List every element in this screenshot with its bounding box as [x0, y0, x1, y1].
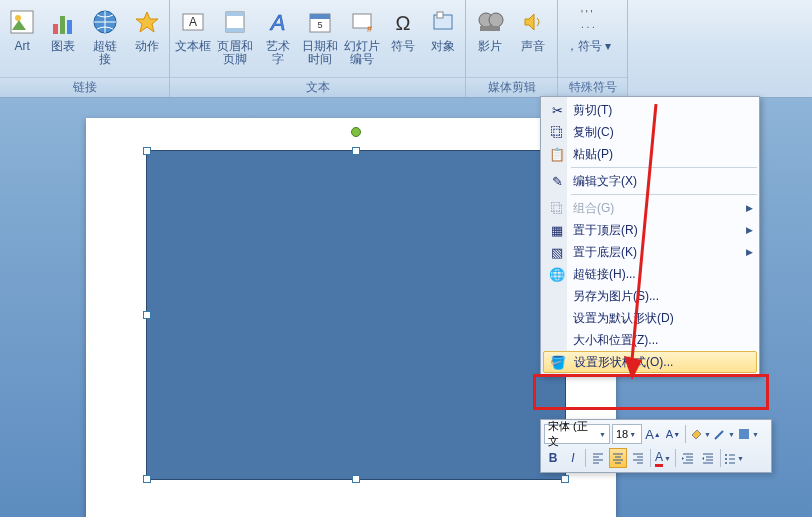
- bringfront-icon: ▦: [547, 223, 567, 238]
- datetime-icon: 5: [304, 6, 336, 38]
- bringfront-item[interactable]: ▦置于顶层(R)▶: [543, 219, 757, 241]
- cut-item[interactable]: ✂剪切(T): [543, 99, 757, 121]
- svg-text:. . .: . . .: [581, 19, 595, 30]
- ribbon-group-media: 影片 声音 媒体剪辑: [466, 0, 558, 97]
- sendback-icon: ▧: [547, 245, 567, 260]
- svg-text:5: 5: [317, 20, 322, 30]
- ribbon-group-link: Art 图表 超链接 动作 链接: [0, 0, 170, 97]
- paste-icon: 📋: [547, 147, 567, 162]
- align-right-button[interactable]: [629, 448, 647, 468]
- chart-button[interactable]: 图表: [42, 2, 82, 75]
- svg-rect-4: [67, 20, 72, 34]
- svg-text:#: #: [367, 24, 372, 34]
- group-label-text: 文本: [170, 77, 465, 97]
- shrink-font-button[interactable]: A▼: [664, 424, 682, 444]
- group-label-media: 媒体剪辑: [466, 77, 557, 97]
- svg-point-1: [15, 15, 21, 21]
- sendback-item[interactable]: ▧置于底层(K)▶: [543, 241, 757, 263]
- globe-icon: [89, 6, 121, 38]
- shape-outline-button[interactable]: ▼: [713, 424, 735, 444]
- headerfooter-icon: [219, 6, 251, 38]
- shape-fill-button[interactable]: ▼: [689, 424, 711, 444]
- resize-handle-bc[interactable]: [352, 475, 360, 483]
- copy-icon: ⿻: [547, 125, 567, 140]
- sound-button[interactable]: 声音: [512, 2, 556, 75]
- resize-handle-tl[interactable]: [143, 147, 151, 155]
- svg-point-27: [725, 454, 727, 456]
- rotate-handle[interactable]: [351, 127, 361, 137]
- group-label-link: 链接: [0, 77, 169, 97]
- svg-rect-2: [53, 24, 58, 34]
- textbox-button[interactable]: A 文本框: [172, 2, 214, 75]
- font-color-button[interactable]: A▼: [654, 448, 672, 468]
- sound-icon: [517, 6, 549, 38]
- svg-rect-3: [60, 16, 65, 34]
- context-menu: ✂剪切(T) ⿻复制(C) 📋粘贴(P) ✎编辑文字(X) ⿻组合(G)▶ ▦置…: [540, 96, 760, 376]
- paste-item[interactable]: 📋粘贴(P): [543, 143, 757, 165]
- bullets-button[interactable]: ▼: [724, 448, 744, 468]
- svg-rect-9: [226, 12, 244, 16]
- object-icon: [427, 6, 459, 38]
- submenu-arrow-icon: ▶: [746, 225, 753, 235]
- textbox-icon: A: [177, 6, 209, 38]
- svg-rect-10: [226, 28, 244, 32]
- star-icon: [131, 6, 163, 38]
- grow-font-button[interactable]: A▲: [644, 424, 662, 444]
- wordart-icon: A: [262, 6, 294, 38]
- svg-rect-13: [310, 14, 330, 19]
- decrease-indent-button[interactable]: [679, 448, 697, 468]
- action-button[interactable]: 动作: [127, 2, 167, 75]
- clipart-button[interactable]: Art: [2, 2, 42, 75]
- svg-text:A: A: [268, 10, 285, 35]
- ribbon-group-text: A 文本框 页眉和 页脚 A 艺术字 5 日期和 时间 # 幻灯片 编号 Ω 符…: [170, 0, 466, 97]
- copy-item[interactable]: ⿻复制(C): [543, 121, 757, 143]
- svg-rect-19: [437, 12, 443, 18]
- svg-rect-26: [739, 429, 749, 439]
- chart-icon: [47, 6, 79, 38]
- group-icon: ⿻: [547, 201, 567, 216]
- submenu-arrow-icon: ▶: [746, 247, 753, 257]
- comma-icon: ' ' '. . .: [573, 6, 605, 38]
- italic-button[interactable]: I: [564, 448, 582, 468]
- movie-button[interactable]: 影片: [468, 2, 512, 75]
- symbol-icon: Ω: [387, 6, 419, 38]
- svg-point-28: [725, 458, 727, 460]
- slidenumber-button[interactable]: # 幻灯片 编号: [341, 2, 383, 75]
- hyperlink-button[interactable]: 超链接: [83, 2, 127, 75]
- hyperlink-icon: 🌐: [547, 267, 567, 282]
- edit-icon: ✎: [547, 174, 567, 189]
- cut-icon: ✂: [547, 103, 567, 118]
- svg-point-21: [489, 13, 503, 27]
- slide-canvas[interactable]: [86, 118, 616, 517]
- setdefault-item[interactable]: 设置为默认形状(D): [543, 307, 757, 329]
- hyperlink-item[interactable]: 🌐超链接(H)...: [543, 263, 757, 285]
- headerfooter-button[interactable]: 页眉和 页脚: [214, 2, 256, 75]
- resize-handle-tc[interactable]: [352, 147, 360, 155]
- font-size-select[interactable]: 18▼: [612, 424, 642, 444]
- font-family-select[interactable]: 宋体 (正文▼: [544, 424, 610, 444]
- bucket-icon: 🪣: [548, 355, 568, 370]
- resize-handle-bl[interactable]: [143, 475, 151, 483]
- edittext-item[interactable]: ✎编辑文字(X): [543, 170, 757, 192]
- svg-text:A: A: [189, 15, 197, 29]
- datetime-button[interactable]: 5 日期和 时间: [299, 2, 341, 75]
- align-center-button[interactable]: [609, 448, 627, 468]
- sizepos-item[interactable]: 大小和位置(Z)...: [543, 329, 757, 351]
- saveaspic-item[interactable]: 另存为图片(S)...: [543, 285, 757, 307]
- ribbon: Art 图表 超链接 动作 链接 A 文本框 页眉: [0, 0, 812, 98]
- align-left-button[interactable]: [589, 448, 607, 468]
- separator: [571, 194, 757, 195]
- symbol-button[interactable]: Ω 符号: [383, 2, 423, 75]
- selected-shape[interactable]: [146, 150, 566, 480]
- group-item: ⿻组合(G)▶: [543, 197, 757, 219]
- slidenumber-icon: #: [346, 6, 378, 38]
- resize-handle-br[interactable]: [561, 475, 569, 483]
- increase-indent-button[interactable]: [699, 448, 717, 468]
- bold-button[interactable]: B: [544, 448, 562, 468]
- special-symbol-button[interactable]: ' ' '. . . ，符号 ▾: [560, 2, 617, 75]
- shape-effects-button[interactable]: ▼: [737, 424, 759, 444]
- resize-handle-ml[interactable]: [143, 311, 151, 319]
- formatshape-item[interactable]: 🪣设置形状格式(O)...: [543, 351, 757, 373]
- wordart-button[interactable]: A 艺术字: [256, 2, 298, 75]
- object-button[interactable]: 对象: [423, 2, 463, 75]
